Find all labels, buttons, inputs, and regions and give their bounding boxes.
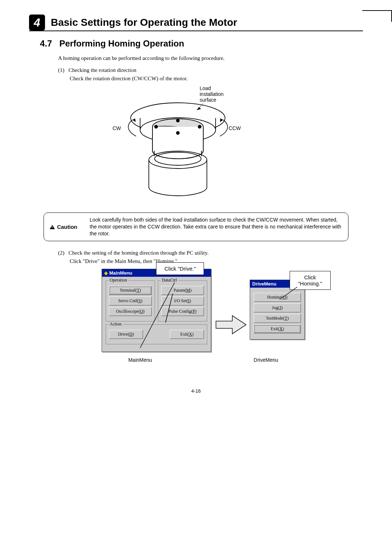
page-corner-rule bbox=[362, 10, 392, 22]
chapter-number: 4 bbox=[29, 15, 45, 31]
servo-cntl-button[interactable]: Servo Cntl(S) bbox=[109, 296, 152, 305]
svg-marker-19 bbox=[220, 118, 223, 122]
main-menu-window: ◆ MainMenu Operation Terminal(T) Servo C… bbox=[102, 269, 211, 352]
group-action: Action bbox=[108, 321, 123, 327]
mainmenu-exit-button[interactable]: Exit(X) bbox=[170, 330, 204, 339]
page-number: 4-16 bbox=[29, 388, 363, 394]
section-title: 4.7 Performing Homing Operation bbox=[40, 39, 363, 49]
chapter-header: 4 Basic Settings for Operating the Motor bbox=[29, 15, 363, 31]
terminal-button[interactable]: Terminal(T) bbox=[109, 286, 152, 295]
group-datactrl: DataCtrl bbox=[160, 278, 178, 283]
io-set-button[interactable]: I/O Set(I) bbox=[161, 296, 204, 305]
main-menu-title: MainMenu bbox=[109, 270, 132, 276]
caution-word: Caution bbox=[57, 224, 77, 230]
param-button[interactable]: Param(M) bbox=[161, 286, 204, 295]
caution-label: Caution bbox=[50, 224, 90, 230]
warning-icon bbox=[50, 225, 55, 229]
svg-point-16 bbox=[176, 119, 179, 122]
cw-label: CW bbox=[113, 125, 121, 131]
below-labels: MainMenu DriveMenu bbox=[44, 357, 363, 363]
step2-body: Click "Drive" in the Main Menu, then "Ho… bbox=[70, 258, 363, 264]
caution-text: Look carefully from both sides of the lo… bbox=[90, 216, 342, 237]
svg-marker-18 bbox=[132, 118, 136, 122]
step2-num: (2) bbox=[58, 250, 65, 256]
drive-menu-title: DriveMenu bbox=[252, 281, 276, 287]
load-surface-label: Load installation surface bbox=[200, 85, 224, 103]
group-operation: Operation bbox=[108, 278, 128, 283]
callout-homing: Click "Homing." bbox=[290, 271, 331, 290]
callout-drive: Click "Drive." bbox=[156, 262, 204, 275]
pulse-config-button[interactable]: Pulse Config(P) bbox=[161, 307, 204, 316]
label-drivemenu: DriveMenu bbox=[254, 357, 278, 363]
label-mainmenu: MainMenu bbox=[128, 357, 152, 363]
menu-screenshot-row: Click "Drive." ◆ MainMenu Operation Term… bbox=[44, 269, 363, 352]
svg-point-14 bbox=[155, 125, 158, 128]
chapter-title: Basic Settings for Operating the Motor bbox=[51, 17, 237, 28]
oscilloscope-button[interactable]: Oscilloscope(O) bbox=[109, 307, 152, 316]
caution-box: Caution Look carefully from both sides o… bbox=[44, 212, 348, 241]
section-heading: Performing Homing Operation bbox=[59, 39, 184, 48]
step1-num: (1) bbox=[58, 67, 65, 73]
intro-text: A homing operation can be performed acco… bbox=[58, 55, 363, 61]
step1-line: (1) Checking the rotation direction bbox=[58, 67, 363, 73]
drivemenu-exit-button[interactable]: Exit(X) bbox=[254, 324, 301, 333]
svg-marker-1 bbox=[197, 107, 201, 110]
ccw-label: CCW bbox=[229, 125, 241, 131]
homing-button[interactable]: Homing(O) bbox=[254, 293, 301, 302]
step2-title: Check the setting of the homing directio… bbox=[69, 250, 209, 256]
section-number: 4.7 bbox=[40, 39, 52, 48]
motor-figure: Load installation surface CW CCW bbox=[15, 85, 363, 205]
step1-body: Check the rotation direction (CW/CCW) of… bbox=[70, 76, 363, 82]
diamond-icon: ◆ bbox=[104, 270, 108, 276]
drive-menu-window: DriveMenu Homing(O) Jog(J) TestMode(T) E… bbox=[250, 280, 305, 340]
svg-point-17 bbox=[176, 131, 179, 134]
testmode-button[interactable]: TestMode(T) bbox=[254, 314, 301, 323]
drive-button[interactable]: Drive(D) bbox=[109, 330, 143, 339]
jog-button[interactable]: Jog(J) bbox=[254, 303, 301, 312]
step2-line: (2) Check the setting of the homing dire… bbox=[58, 250, 363, 256]
svg-point-15 bbox=[198, 125, 201, 128]
motor-illustration bbox=[113, 85, 265, 205]
svg-marker-22 bbox=[216, 316, 246, 334]
flow-arrow-icon bbox=[214, 314, 247, 336]
step1-title: Checking the rotation direction bbox=[69, 67, 136, 73]
